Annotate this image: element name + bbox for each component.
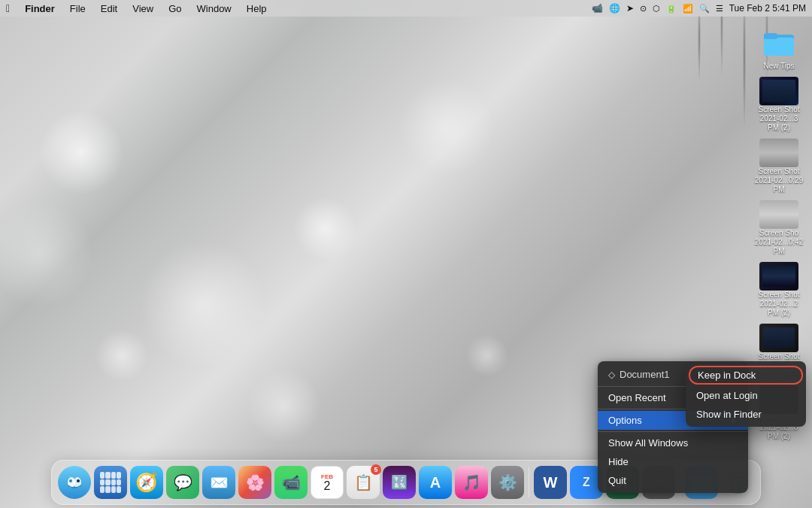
slack-icon: 🔣 xyxy=(391,474,408,491)
menubar-cast-icon[interactable]: ⊙ xyxy=(640,4,647,14)
screenshot1-label: Screen Shot 2021-02...3 PM (2) xyxy=(753,105,804,132)
dock-system-preferences[interactable]: ⚙️ xyxy=(491,466,524,499)
messages-icon: 💬 xyxy=(174,473,192,491)
menubar-bluetooth-icon[interactable]: ⬡ xyxy=(653,4,660,14)
context-menu-quit[interactable]: Quit xyxy=(598,471,748,490)
desktop-icon-new-tips[interactable]: New Tips xyxy=(752,23,806,72)
window-menu[interactable]: Window xyxy=(194,3,235,14)
dock-appstore[interactable]: A xyxy=(419,466,452,499)
dock-finder[interactable] xyxy=(58,466,91,499)
context-menu-divider3 xyxy=(598,431,748,432)
svg-rect-2 xyxy=(764,33,777,39)
menubar:  Finder File Edit View Go Window Help 📹… xyxy=(0,0,812,17)
dock-reminders[interactable]: 📋 5 xyxy=(347,466,380,499)
folder-icon xyxy=(762,26,795,59)
dock-photos[interactable]: 🌸 xyxy=(238,466,271,499)
submenu-open-at-login[interactable]: Open at Login xyxy=(686,386,806,405)
context-menu-app-name: Document1 xyxy=(620,369,669,380)
options-submenu: Keep in Dock Open at Login Show in Finde… xyxy=(686,361,806,427)
music-icon: 🎵 xyxy=(462,473,481,491)
menubar-wifi-icon[interactable]: 📶 xyxy=(683,4,693,14)
appstore-icon: A xyxy=(430,474,441,491)
context-menu-hide[interactable]: Hide xyxy=(598,452,748,471)
menubar-notification-icon[interactable]: ☰ xyxy=(716,4,723,14)
app-name-menu[interactable]: Finder xyxy=(22,3,58,14)
screenshot2-label: Screen Shot 2021-02...0:29 PM xyxy=(753,167,804,194)
menubar-network-icon[interactable]: 🌐 xyxy=(609,3,620,14)
desktop-icon-screenshot1[interactable]: Screen Shot 2021-02...3 PM (2) xyxy=(752,75,806,134)
dock-word[interactable]: W xyxy=(534,466,567,499)
reminders-icon: 📋 xyxy=(354,473,373,491)
svg-point-6 xyxy=(69,479,72,482)
submenu-show-in-finder[interactable]: Show in Finder xyxy=(686,405,806,424)
dock-mail[interactable]: ✉️ xyxy=(202,466,235,499)
dock-slack[interactable]: 🔣 xyxy=(383,466,416,499)
photos-icon: 🌸 xyxy=(246,473,265,491)
view-menu[interactable]: View xyxy=(129,3,156,14)
word-icon: W xyxy=(544,474,558,491)
dock-separator xyxy=(529,467,529,497)
menubar-battery-icon: 🔋 xyxy=(666,4,677,14)
desktop-icon-screenshot2[interactable]: Screen Shot 2021-02...0:29 PM xyxy=(752,137,806,196)
new-tips-label: New Tips xyxy=(763,62,794,71)
menubar-video-icon[interactable]: 📹 xyxy=(592,3,603,14)
wallpaper-overlay xyxy=(361,0,812,376)
launchpad-icon xyxy=(97,469,124,496)
zoom-icon: Z xyxy=(583,476,590,489)
dock-launchpad[interactable] xyxy=(94,466,127,499)
submenu-keep-in-dock[interactable]: Keep in Dock xyxy=(689,366,803,385)
dock-calendar[interactable]: FEB 2 xyxy=(311,466,344,499)
apple-menu[interactable]:  xyxy=(6,2,10,14)
edit-menu[interactable]: Edit xyxy=(98,3,120,14)
dock-safari[interactable]: 🧭 xyxy=(130,466,163,499)
go-menu[interactable]: Go xyxy=(165,3,184,14)
safari-icon: 🧭 xyxy=(135,472,158,493)
dock-music[interactable]: 🎵 xyxy=(455,466,488,499)
svg-point-7 xyxy=(77,479,80,482)
svg-rect-1 xyxy=(764,38,794,56)
mail-icon: ✉️ xyxy=(210,473,229,491)
desktop-icon-screenshot3[interactable]: Screen Sho 2021-02...0:42 PM xyxy=(752,199,806,257)
dock-messages[interactable]: 💬 xyxy=(166,466,199,499)
reminders-badge: 5 xyxy=(371,464,381,475)
finder-icon-svg xyxy=(63,471,86,494)
screenshot4-label: Screen Shot 2021-02...2 PM (2) xyxy=(753,291,804,318)
menubar-search-icon[interactable]: 🔍 xyxy=(699,4,710,14)
screenshot3-label: Screen Sho 2021-02...0:42 PM xyxy=(753,229,804,256)
preferences-icon: ⚙️ xyxy=(498,473,517,491)
dock-facetime[interactable]: 📹 xyxy=(274,466,308,499)
context-menu-show-all[interactable]: Show All Windows xyxy=(598,433,748,452)
menubar-time: Tue Feb 2 5:41 PM xyxy=(729,3,806,14)
calendar-day: 2 xyxy=(324,480,331,492)
menubar-arrow-icon[interactable]: ➤ xyxy=(626,3,634,14)
desktop:  Finder File Edit View Go Window Help 📹… xyxy=(0,0,812,508)
facetime-icon: 📹 xyxy=(282,473,301,491)
help-menu[interactable]: Help xyxy=(244,3,270,14)
file-menu[interactable]: File xyxy=(67,3,89,14)
context-menu-icon: ◇ xyxy=(608,370,615,380)
desktop-icon-screenshot4[interactable]: Screen Shot 2021-02...2 PM (2) xyxy=(752,260,806,319)
